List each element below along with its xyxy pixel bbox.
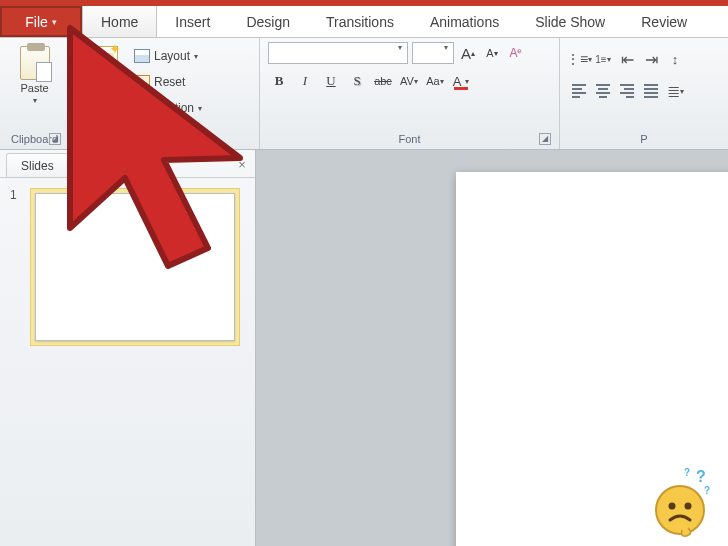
char-spacing-button[interactable]: AV▾ [398, 70, 420, 92]
layout-button[interactable]: Layout ▾ [134, 44, 202, 68]
tab-transitions[interactable]: Transitions [308, 6, 412, 37]
workspace: Slides Outline × 1 [0, 150, 728, 546]
ribbon: Paste ▾ Clipboard◢ NewSlide ▾ Layout ▾ R… [0, 38, 728, 150]
slides-panel: Slides Outline × 1 [0, 150, 256, 546]
tab-animations[interactable]: Animations [412, 6, 517, 37]
bullets-button[interactable]: ⋮≡▾ [568, 48, 590, 70]
align-right-button[interactable] [616, 80, 638, 102]
ribbon-tabs: File Home Insert Design Transitions Anim… [0, 6, 728, 38]
tab-slideshow[interactable]: Slide Show [517, 6, 623, 37]
align-center-button[interactable] [592, 80, 614, 102]
grow-font-button[interactable]: A▴ [458, 42, 478, 64]
paste-icon [20, 46, 50, 80]
numbering-button[interactable]: 1≡▾ [592, 48, 614, 70]
slide-thumbnail-image [35, 193, 235, 341]
new-slide-icon [88, 46, 118, 80]
tab-review[interactable]: Review [623, 6, 705, 37]
clear-formatting-button[interactable]: Aᵉ [506, 42, 526, 64]
side-tab-outline[interactable]: Outline [69, 154, 131, 177]
columns-button[interactable]: ≣▾ [664, 80, 686, 102]
font-size-select[interactable]: ▾ [412, 42, 454, 64]
layout-icon [134, 48, 150, 64]
reset-icon [134, 74, 150, 90]
decrease-indent-button[interactable]: ⇤ [616, 48, 638, 70]
shrink-font-button[interactable]: A▾ [482, 42, 502, 64]
line-spacing-button[interactable] [664, 48, 686, 70]
shadow-button[interactable]: S [346, 70, 368, 92]
group-slides-label: Slides [150, 133, 180, 145]
group-slides: NewSlide ▾ Layout ▾ Reset Section ▾ Slid… [70, 38, 260, 149]
group-paragraph: ⋮≡▾ 1≡▾ ⇤ ⇥ ≣▾ P [560, 38, 728, 149]
new-slide-label: NewSlide ▾ [87, 82, 119, 108]
reset-button[interactable]: Reset [134, 70, 202, 94]
reset-label: Reset [154, 75, 185, 89]
font-color-button[interactable]: A▾ [450, 70, 472, 92]
paste-button[interactable]: Paste ▾ [13, 42, 57, 131]
side-panel-close[interactable]: × [229, 152, 255, 177]
tab-home[interactable]: Home [82, 6, 157, 37]
slide-thumbnail-number: 1 [10, 188, 22, 346]
side-tab-slides[interactable]: Slides [6, 153, 69, 177]
new-slide-button[interactable]: NewSlide ▾ [78, 42, 128, 131]
slide-canvas-area[interactable] [256, 150, 728, 546]
tab-design[interactable]: Design [228, 6, 308, 37]
tab-file[interactable]: File [0, 6, 82, 37]
increase-indent-button[interactable]: ⇥ [640, 48, 662, 70]
group-paragraph-label: P [640, 133, 647, 145]
section-icon [134, 100, 150, 116]
section-label: Section [154, 101, 194, 115]
clipboard-dialog-launcher[interactable]: ◢ [49, 133, 61, 145]
slide-thumbnail-1[interactable]: 1 [10, 188, 245, 346]
font-name-select[interactable]: ▾ [268, 42, 408, 64]
align-left-button[interactable] [568, 80, 590, 102]
italic-button[interactable]: I [294, 70, 316, 92]
group-font: ▾ ▾ A▴ A▾ Aᵉ B I U S abc AV▾ Aa▾ A▾ Font… [260, 38, 560, 149]
section-button[interactable]: Section ▾ [134, 96, 202, 120]
group-font-label: Font [398, 133, 420, 145]
tab-insert[interactable]: Insert [157, 6, 228, 37]
font-dialog-launcher[interactable]: ◢ [539, 133, 551, 145]
group-clipboard: Paste ▾ Clipboard◢ [0, 38, 70, 149]
change-case-button[interactable]: Aa▾ [424, 70, 446, 92]
slide-canvas[interactable] [456, 172, 728, 546]
strikethrough-button[interactable]: abc [372, 70, 394, 92]
underline-button[interactable]: U [320, 70, 342, 92]
paste-label: Paste [20, 82, 48, 94]
align-justify-button[interactable] [640, 80, 662, 102]
layout-label: Layout [154, 49, 190, 63]
bold-button[interactable]: B [268, 70, 290, 92]
chevron-down-icon: ▾ [33, 96, 37, 105]
